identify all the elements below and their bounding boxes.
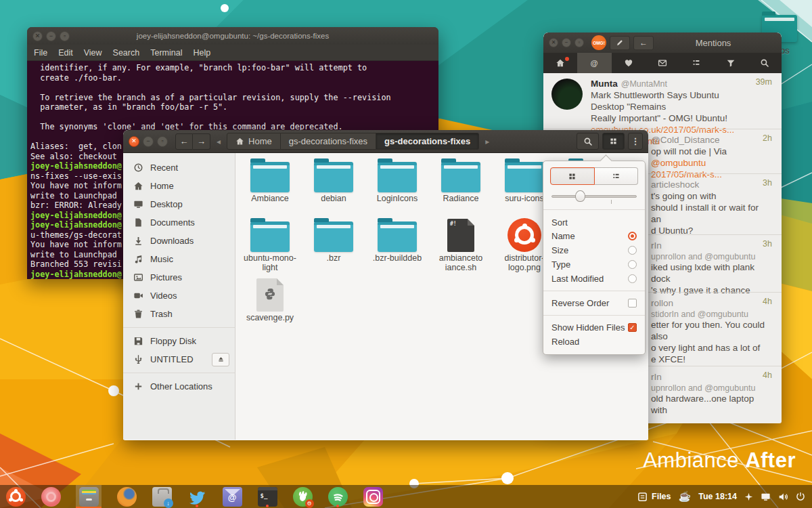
maximize-icon[interactable]: ▫ [157, 136, 168, 147]
twitter-tab-home[interactable] [543, 53, 577, 73]
breadcrumb-segment[interactable]: gs-decorations-fixes [376, 133, 479, 150]
twitter-tab-heart[interactable] [612, 53, 646, 73]
show-hidden-option[interactable]: Show Hidden Files ✓ [550, 320, 638, 335]
dock-tweak-tool[interactable] [292, 485, 313, 508]
file-item[interactable]: .bzr [302, 218, 365, 278]
maximize-icon[interactable]: ▫ [60, 31, 70, 41]
dock-spotify[interactable] [328, 485, 348, 508]
tweet-link[interactable]: @omgubuntu [651, 158, 706, 168]
chevron-right-icon[interactable]: ▸ [482, 137, 492, 146]
twitter-titlebar[interactable]: ✕ − ▫ OMG! ← Mentions [543, 33, 782, 53]
sort-option-type[interactable]: Type [550, 257, 638, 272]
slider-handle[interactable] [575, 190, 585, 202]
display-icon[interactable] [761, 492, 771, 502]
file-item[interactable]: ubuntu-mono-light [238, 218, 302, 278]
file-item[interactable]: .bzr-builddeb [365, 218, 429, 278]
terminal-menu-view[interactable]: View [84, 48, 102, 58]
sidebar-item-music[interactable]: Music [123, 250, 235, 268]
tweet-author[interactable]: @Cold_Distance [651, 135, 720, 145]
sidebar-item-videos[interactable]: Videos [123, 287, 235, 305]
kebab-menu-icon[interactable]: ⋮ [628, 133, 643, 150]
file-item[interactable]: Ambiance [238, 158, 302, 218]
tweet-author[interactable]: rollon [651, 298, 673, 308]
clock[interactable]: Tue 18:14 [698, 492, 737, 501]
sidebar-item-documents[interactable]: Documents [123, 213, 235, 232]
radio-button[interactable] [628, 232, 637, 240]
sidebar-item-other-locations[interactable]: Other Locations [123, 377, 235, 396]
file-item[interactable]: Radiance [429, 158, 493, 218]
file-item[interactable]: LoginIcons [365, 158, 429, 218]
show-hidden-checkbox[interactable]: ✓ [628, 323, 637, 332]
sidebar-item-downloads[interactable]: Downloads [123, 232, 235, 250]
dock-mail[interactable] [222, 485, 242, 508]
sidebar-item-recent[interactable]: Recent [123, 158, 235, 177]
view-options-button[interactable] [602, 133, 625, 150]
minimize-icon[interactable]: − [562, 38, 571, 47]
sort-option-name[interactable]: Name [550, 229, 638, 243]
close-icon[interactable]: ✕ [32, 31, 43, 41]
twitter-tab-magnifier[interactable] [748, 53, 782, 73]
sort-option-last-modified[interactable]: Last Modified [550, 272, 638, 286]
sidebar-item-trash[interactable]: Trash [123, 305, 235, 323]
breadcrumb-segment[interactable]: Home [227, 133, 281, 150]
sidebar-item-home[interactable]: Home [123, 177, 235, 195]
dock-terminal[interactable] [257, 485, 277, 508]
files-headerbar[interactable]: ✕ − ▫ ← → ◂ Homegs-decorations-fixesgs-d… [123, 130, 648, 153]
tweet-author[interactable]: articleshock [651, 179, 699, 190]
dock-chromium[interactable] [41, 485, 61, 508]
tweet-avatar[interactable] [551, 79, 583, 110]
sidebar-item-untitled[interactable]: UNTITLED [123, 350, 235, 368]
dock-firefox[interactable] [116, 485, 137, 508]
close-icon[interactable]: ✕ [549, 38, 558, 47]
terminal-menu-search[interactable]: Search [113, 48, 140, 58]
dock-instagram[interactable] [363, 485, 383, 508]
terminal-menu-help[interactable]: Help [193, 48, 210, 58]
forward-button[interactable]: → [193, 133, 210, 150]
minimize-icon[interactable]: − [143, 136, 154, 147]
sort-option-size[interactable]: Size [550, 243, 638, 257]
chevron-left-icon[interactable]: ◂ [214, 137, 223, 146]
files-indicator-icon[interactable] [637, 492, 648, 502]
radio-button[interactable] [628, 260, 637, 269]
back-button[interactable]: ← [633, 36, 654, 50]
file-item[interactable]: debian [302, 158, 365, 218]
maximize-icon[interactable]: ▫ [574, 38, 584, 47]
twitter-tab-at[interactable]: @ [577, 53, 611, 73]
twitter-tab-listicon[interactable] [679, 53, 713, 73]
close-icon[interactable]: ✕ [129, 136, 139, 147]
dock-ubuntu-launcher[interactable] [5, 485, 26, 508]
reverse-order-checkbox[interactable] [628, 299, 637, 308]
active-app-label[interactable]: Files [652, 492, 671, 501]
caffeine-icon[interactable]: ☕ [679, 490, 692, 503]
file-item[interactable]: scavenge.py [238, 278, 302, 337]
tweet-author[interactable]: rIn [651, 240, 662, 251]
eject-button[interactable] [212, 353, 229, 366]
twitter-tab-funnel[interactable] [713, 53, 747, 73]
radio-button[interactable] [628, 274, 637, 283]
volume-icon[interactable] [778, 492, 788, 502]
back-button[interactable]: ← [175, 133, 193, 150]
grid-view-toggle[interactable] [550, 167, 595, 185]
terminal-menu-file[interactable]: File [34, 48, 47, 58]
sidebar-item-desktop[interactable]: Desktop [123, 195, 235, 213]
sidebar-item-pictures[interactable]: Pictures [123, 268, 235, 287]
compose-tweet-button[interactable] [610, 36, 630, 50]
breadcrumb-segment[interactable]: gs-decorations-fixes [281, 133, 376, 150]
sidebar-item-floppy-disk[interactable]: Floppy Disk [123, 332, 235, 350]
terminal-titlebar[interactable]: ✕ − ▫ joey-elijahsneddon@omgubuntu: ~/gs… [27, 27, 438, 45]
dock-twitter[interactable] [187, 485, 207, 508]
radio-button[interactable] [628, 246, 637, 255]
terminal-menu-edit[interactable]: Edit [58, 48, 73, 58]
dock-files[interactable] [76, 485, 102, 508]
tweet-author[interactable]: rIn [651, 372, 662, 382]
account-avatar[interactable]: OMG! [591, 35, 606, 50]
list-view-toggle[interactable] [595, 167, 639, 185]
terminal-menu-terminal[interactable]: Terminal [150, 48, 182, 58]
sparkle-indicator-icon[interactable] [744, 492, 753, 501]
file-item[interactable]: #!ambianceto iance.sh [429, 218, 493, 278]
twitter-tab-envelope[interactable] [646, 53, 679, 73]
search-icon[interactable] [577, 133, 599, 150]
tweet-author[interactable]: Munta [591, 79, 618, 89]
reverse-order-option[interactable]: Reverse Order [550, 296, 638, 310]
minimize-icon[interactable]: − [46, 31, 56, 41]
